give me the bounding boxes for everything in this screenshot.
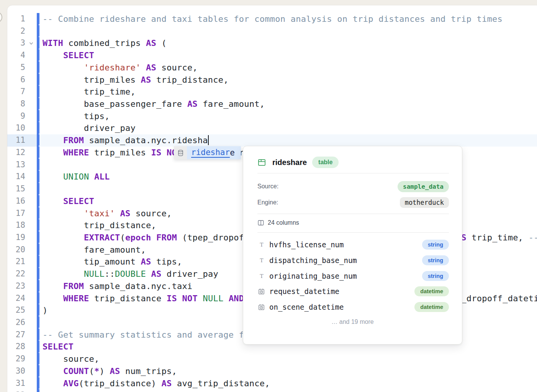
engine-row: Engine: motherduck <box>257 196 449 209</box>
engine-label: Engine: <box>257 199 278 206</box>
line-number: 30 <box>7 365 25 377</box>
code-line[interactable]: COUNT(*) AS num_trips, <box>39 365 537 377</box>
source-label: Source: <box>257 183 278 190</box>
line-number: 25 <box>7 304 25 317</box>
columns-count-label: 24 columns <box>268 219 299 226</box>
source-row: Source: sample_data <box>257 180 449 193</box>
line-number: 31 <box>7 377 25 390</box>
line-number: 19 <box>7 232 25 244</box>
line-number: 21 <box>7 256 25 268</box>
text-type-icon: T <box>257 273 265 279</box>
line-number: 7 <box>7 86 25 98</box>
datetime-type-icon <box>257 304 265 311</box>
line-number: 17 <box>7 207 25 220</box>
line-number: 3 <box>7 37 25 49</box>
column-name: request_datetime <box>269 287 339 296</box>
code-line[interactable]: WITH combined_trips AS ( <box>39 37 537 49</box>
column-type-badge: string <box>422 271 449 281</box>
line-number: 4 <box>7 49 25 62</box>
line-number: 6 <box>7 74 25 86</box>
line-number: 22 <box>7 268 25 280</box>
column-type-badge: string <box>422 240 449 250</box>
line-number: 18 <box>7 219 25 232</box>
line-number: 12 <box>7 147 25 159</box>
column-name: dispatching_base_num <box>269 256 357 265</box>
code-line[interactable]: AVG(trip_time) AS avg_trip_time, <box>39 389 537 392</box>
line-number: 15 <box>7 183 25 195</box>
line-number-gutter: 1234567891011121314151617181920212223242… <box>7 13 37 392</box>
more-columns-label: … and 19 more <box>243 318 462 325</box>
code-line[interactable]: SELECT <box>39 49 537 62</box>
code-line[interactable] <box>39 25 537 38</box>
line-number: 8 <box>7 98 25 110</box>
table-info-tooltip: rideshare table Source: sample_data Engi… <box>243 146 462 345</box>
code-line[interactable]: FROM sample_data.nyc.ridesha <box>39 134 537 147</box>
columns-summary: 24 columns <box>257 217 299 228</box>
line-number: 11 <box>7 134 25 147</box>
code-line[interactable]: AVG(trip_distance) AS avg_trip_distance, <box>39 377 537 390</box>
source-value-badge: sample_data <box>398 181 449 192</box>
svg-text:T: T <box>260 242 263 248</box>
column-list: Thvfhs_license_numstringTdispatching_bas… <box>257 237 449 315</box>
line-number: 23 <box>7 280 25 292</box>
line-number: 10 <box>7 122 25 134</box>
sql-editor-panel: 1234567891011121314151617181920212223242… <box>7 5 537 392</box>
line-number: 9 <box>7 110 25 122</box>
autocomplete-rest: e <box>230 148 235 157</box>
line-number: 2 <box>7 25 25 38</box>
fold-chevron-icon[interactable] <box>25 37 37 49</box>
text-type-icon: T <box>257 257 265 264</box>
line-number: 16 <box>7 195 25 207</box>
column-list-item: Toriginating_base_numstring <box>257 268 449 284</box>
autocomplete-item-rideshare[interactable]: rideshare <box>187 146 241 159</box>
line-number: 28 <box>7 341 25 353</box>
tooltip-title: rideshare <box>272 158 307 167</box>
column-type-badge: datetime <box>414 302 449 312</box>
line-number: 13 <box>7 159 25 171</box>
engine-value-badge: motherduck <box>400 197 449 208</box>
code-line[interactable]: tips, <box>39 110 537 122</box>
autocomplete-popup: rideshare <box>174 146 241 159</box>
column-list-item: request_datetimedatetime <box>257 284 449 299</box>
code-line[interactable]: source, <box>39 353 537 365</box>
code-line[interactable]: -- Combine rideshare and taxi tables for… <box>39 13 537 25</box>
svg-text:T: T <box>260 273 263 279</box>
database-icon <box>174 146 187 159</box>
code-line[interactable]: driver_pay <box>39 122 537 134</box>
line-number: 26 <box>7 317 25 329</box>
column-list-item: Thvfhs_license_numstring <box>257 237 449 253</box>
columns-icon <box>257 219 264 226</box>
line-number: 1 <box>7 13 25 25</box>
line-number: 14 <box>7 171 25 183</box>
line-number: 5 <box>7 62 25 74</box>
line-number: 27 <box>7 329 25 341</box>
column-name: originating_base_num <box>269 272 357 280</box>
datetime-type-icon <box>257 288 265 295</box>
column-name: hvfhs_license_num <box>269 240 344 249</box>
code-line[interactable]: trip_miles AS trip_distance, <box>39 74 537 86</box>
line-number: 24 <box>7 292 25 305</box>
code-line[interactable]: base_passenger_fare AS fare_amount, <box>39 98 537 110</box>
svg-text:T: T <box>260 257 263 263</box>
line-number: 32 <box>7 389 25 392</box>
text-type-icon: T <box>257 241 265 248</box>
autocomplete-match: rideshar <box>191 148 230 158</box>
line-number: 20 <box>7 244 25 256</box>
column-name: on_scene_datetime <box>269 303 344 311</box>
column-list-item: on_scene_datetimedatetime <box>257 299 449 315</box>
column-type-badge: datetime <box>414 286 449 296</box>
code-line[interactable]: 'rideshare' AS source, <box>39 62 537 74</box>
table-icon <box>257 158 266 167</box>
line-number: 29 <box>7 353 25 365</box>
collapsed-panel-toggle[interactable] <box>0 11 2 23</box>
column-list-item: Tdispatching_base_numstring <box>257 253 449 268</box>
text-cursor <box>208 135 209 145</box>
code-line[interactable]: trip_time, <box>39 86 537 98</box>
column-type-badge: string <box>422 255 449 265</box>
table-type-badge: table <box>312 157 339 168</box>
